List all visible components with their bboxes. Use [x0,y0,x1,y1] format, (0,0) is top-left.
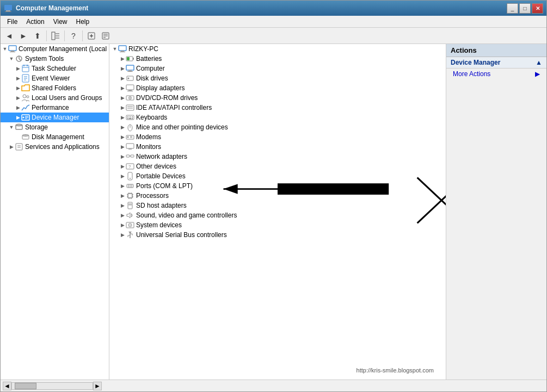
forward-button[interactable]: ► [17,29,30,42]
local-users-icon [21,94,30,102]
maximize-button[interactable]: □ [519,3,531,14]
close-button[interactable]: ✕ [532,3,543,14]
shared-folders-label: Shared Folders [32,84,76,92]
disk-mgmt-expand-icon: ▶ [15,134,21,140]
up-button[interactable]: ⬆ [31,29,44,42]
dvd-icon [126,94,134,102]
help-button[interactable]: ? [67,29,80,42]
svg-rect-64 [127,118,128,119]
tree-root[interactable]: ▼ Computer Management (Local [1,44,109,54]
scrollbar-thumb [15,383,36,389]
menu-help[interactable]: Help [72,17,94,27]
device-item-expand-7[interactable]: ▶ [119,124,126,130]
svg-rect-48 [127,71,133,72]
export-button[interactable] [85,29,98,42]
device-item-expand-12[interactable]: ▶ [119,173,126,179]
device-item-6[interactable]: ▶ Keyboards [109,113,446,122]
actions-section-device-manager[interactable]: Device Manager ▲ [446,57,546,69]
device-item-expand-11[interactable]: ▶ [119,163,126,170]
device-item-2[interactable]: ▶ Disk drives [109,73,446,83]
device-item-expand-4[interactable]: ▶ [119,95,126,101]
toolbar-separator-2 [64,30,65,41]
sidebar-item-shared-folders[interactable]: ▶ Shared Folders [1,83,109,93]
device-item-expand-13[interactable]: ▶ [119,183,126,189]
show-hide-tree-button[interactable] [49,29,62,42]
device-item-label-6: Keyboards [136,114,167,121]
device-item-5[interactable]: ▶ IDE ATA/ATAPI controllers [109,103,446,113]
sidebar-item-storage[interactable]: ▼ Storage [1,122,109,132]
sidebar-item-local-users[interactable]: ▶ Local Users and Groups [1,93,109,103]
device-item-expand-18[interactable]: ▶ [119,232,126,238]
device-item-expand-1[interactable]: ▶ [119,65,126,72]
svg-point-102 [130,225,131,226]
device-item-15[interactable]: ▶ SD host adapters [109,201,446,210]
system-tools-expand-icon[interactable]: ▼ [8,55,15,62]
mid-root-expand-icon[interactable]: ▼ [112,46,118,52]
services-expand-icon[interactable]: ▶ [8,144,15,150]
properties-button[interactable] [99,29,112,42]
svg-point-50 [128,78,130,79]
device-list: ▶ Batteries ▶ Computer ▶ Disk drives ▶ D… [109,54,446,240]
toolbar-separator-1 [46,30,47,41]
device-item-7[interactable]: ▶ Mice and other pointing devices [109,122,446,132]
device-item-10[interactable]: ▶ Network adapters [109,152,446,161]
device-item-expand-10[interactable]: ▶ [119,153,126,160]
performance-expand-icon[interactable]: ▶ [15,104,21,111]
svg-point-27 [27,96,29,98]
device-item-4[interactable]: ▶ DVD/CD-ROM drives [109,93,446,103]
device-item-expand-15[interactable]: ▶ [119,202,126,209]
local-users-expand-icon[interactable]: ▶ [15,95,21,101]
device-manager-expand-icon[interactable]: ▶ [15,114,21,121]
minimize-button[interactable]: _ [507,3,518,14]
device-item-14[interactable]: ▶ Processors [109,191,446,201]
device-item-18[interactable]: ▶ Universal Serial Bus controllers [109,230,446,240]
sidebar-item-task-scheduler[interactable]: ▶ Task Scheduler [1,64,109,73]
device-item-1[interactable]: ▶ Computer [109,64,446,73]
mouse-icon [126,123,134,132]
sidebar-item-performance[interactable]: ▶ Performance [1,103,109,113]
svg-rect-73 [126,144,134,148]
device-item-expand-6[interactable]: ▶ [119,114,126,121]
device-item-0[interactable]: ▶ Batteries [109,54,446,64]
more-actions-label: More Actions [453,70,490,78]
device-item-expand-17[interactable]: ▶ [119,222,126,228]
sidebar-item-device-manager[interactable]: ▶ Device Manager [1,113,109,122]
back-button[interactable]: ◄ [3,29,16,42]
mid-tree-root[interactable]: ▼ RIZKY-PC [109,44,446,54]
storage-expand-icon[interactable]: ▼ [8,124,15,130]
computer-icon [126,64,134,73]
scroll-left-button[interactable]: ◄ [3,382,11,390]
more-actions-item[interactable]: More Actions ▶ [446,69,546,79]
device-item-label-11: Other devices [136,163,176,170]
scroll-right-button[interactable]: ► [93,382,102,390]
svg-rect-15 [11,51,14,52]
root-expand-icon[interactable]: ▼ [2,46,8,52]
device-item-expand-16[interactable]: ▶ [119,212,126,219]
horizontal-scrollbar[interactable] [11,382,93,390]
device-item-expand-8[interactable]: ▶ [119,134,126,140]
menu-file[interactable]: File [3,17,22,27]
device-item-11[interactable]: ▶ ? Other devices [109,161,446,171]
device-item-expand-14[interactable]: ▶ [119,192,126,199]
device-item-17[interactable]: ▶ System devices [109,220,446,230]
device-item-13[interactable]: ▶ Ports (COM & LPT) [109,181,446,191]
task-scheduler-expand-icon[interactable]: ▶ [15,65,21,72]
menu-action[interactable]: Action [22,17,48,27]
device-item-16[interactable]: ▶ Sound, video and game controllers [109,210,446,220]
event-viewer-expand-icon[interactable]: ▶ [15,75,21,82]
device-item-expand-5[interactable]: ▶ [119,104,126,111]
device-item-3[interactable]: ▶ Display adapters [109,83,446,93]
device-item-9[interactable]: ▶ Monitors [109,142,446,152]
sidebar-item-services[interactable]: ▶ Services and Applications [1,142,109,152]
device-item-expand-9[interactable]: ▶ [119,144,126,150]
device-item-12[interactable]: ▶ Portable Devices [109,171,446,181]
shared-folders-expand-icon[interactable]: ▶ [15,85,21,91]
device-item-expand-2[interactable]: ▶ [119,75,126,82]
sidebar-item-event-viewer[interactable]: ▶ Event Viewer [1,73,109,83]
sidebar-item-system-tools[interactable]: ▼ System Tools [1,54,109,64]
device-item-expand-3[interactable]: ▶ [119,85,126,91]
device-item-expand-0[interactable]: ▶ [119,55,126,62]
sidebar-item-disk-management[interactable]: ▶ Disk Management [1,132,109,142]
device-item-8[interactable]: ▶ Modems [109,132,446,142]
menu-view[interactable]: View [49,17,72,27]
